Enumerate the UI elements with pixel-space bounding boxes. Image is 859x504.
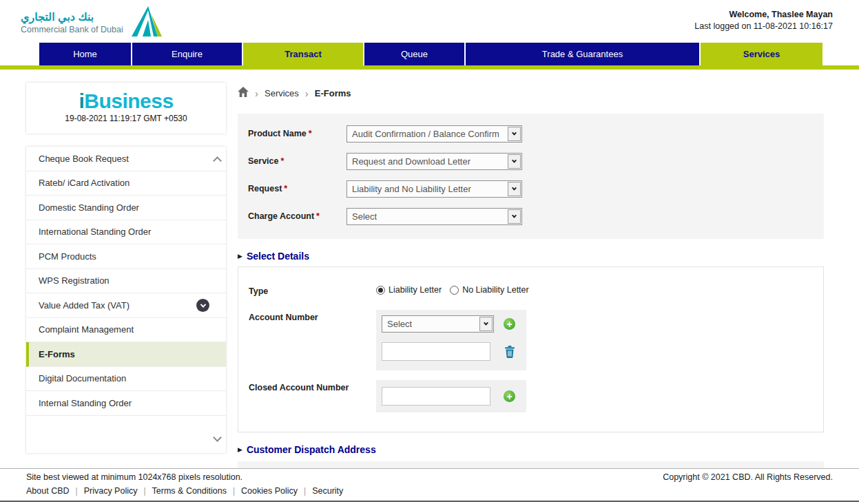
type-row: Type Liability Letter No Liability Lette… (249, 284, 823, 296)
footer-bottom-line (0, 501, 859, 502)
sidebar-menu: Cheque Book Request Rateb/ iCard Activat… (26, 147, 226, 453)
content-area: iBusiness 19-08-2021 11:19:17 GMT +0530 … (0, 70, 859, 468)
form-row-product-name: Product Name* Audit Confirmation / Balan… (248, 125, 824, 143)
service-value: Request and Download Letter (352, 156, 470, 167)
required-asterisk: * (284, 184, 287, 193)
select-details-panel: Type Liability Letter No Liability Lette… (238, 266, 824, 432)
dropdown-arrow-icon (508, 182, 521, 196)
nav-tab-queue[interactable]: Queue (364, 43, 464, 65)
footer-link-about-cbd[interactable]: About CBD (26, 486, 70, 496)
service-label: Service* (248, 156, 346, 166)
nav-tab-trade-guarantees[interactable]: Trade & Guarantees (466, 43, 699, 65)
sidebar-item-label: Cheque Book Request (39, 154, 129, 164)
sidebar-item-label: Digital Documentation (39, 373, 126, 384)
form-row-charge-account: Charge Account* Select (248, 207, 824, 225)
sidebar-item-e-forms[interactable]: E-Forms (26, 342, 226, 367)
main-nav: Home Enquire Transact Queue Trade & Guar… (0, 43, 859, 65)
select-details-header[interactable]: ▶ Select Details (238, 250, 824, 262)
sidebar-item-label: Value Added Tax (VAT) (39, 300, 130, 311)
sidebar-item-domestic-standing-order[interactable]: Domestic Standing Order (26, 196, 226, 220)
type-label: Type (249, 284, 376, 296)
footer-link-cookies-policy[interactable]: Cookies Policy (241, 486, 298, 496)
liability-letter-radio-label: Liability Letter (389, 285, 442, 295)
sidebar-item-international-standing-order[interactable]: International Standing Order (26, 220, 226, 245)
nav-tab-enquire[interactable]: Enquire (132, 43, 242, 65)
sidebar-item-label: International Standing Order (39, 227, 151, 237)
user-session-info: Welcome, Thaslee Mayan Last logged on 11… (694, 10, 833, 31)
closed-account-number-label: Closed Account Number (249, 380, 376, 412)
product-name-value: Audit Confirmation / Balance Confirm (352, 129, 499, 139)
ibusiness-rest: Business (84, 90, 173, 112)
request-value: Liability and No Liability Letter (352, 184, 471, 194)
footer-link-separator: | (304, 486, 306, 496)
bank-name-english: Commercial Bank of Dubai (21, 25, 123, 34)
copyright-text: Copyright © 2021 CBD. All Rights Reserve… (663, 472, 833, 482)
footer: Site best viewed at minimum 1024x768 pix… (0, 468, 859, 504)
no-liability-letter-radio-label: No Liability Letter (462, 285, 529, 295)
ibusiness-wordmark: iBusiness (26, 90, 226, 113)
closed-account-number-input[interactable] (382, 387, 490, 406)
footer-link-terms-conditions[interactable]: Terms & Conditions (152, 486, 227, 496)
sidebar-item-internal-standing-order[interactable]: Internal Standing Order (26, 391, 226, 416)
chevron-down-circle-icon[interactable] (196, 299, 209, 312)
footer-links: About CBD | Privacy Policy | Terms & Con… (26, 486, 833, 496)
nav-tab-transact[interactable]: Transact (243, 43, 363, 65)
sidebar-datetime: 19-08-2021 11:19:17 GMT +0530 (26, 114, 226, 123)
ibusiness-logo: iBusiness 19-08-2021 11:19:17 GMT +0530 (26, 83, 226, 134)
breadcrumb-separator: › (305, 87, 309, 99)
delete-account-icon[interactable] (504, 346, 515, 358)
bank-name: بنك دبي التجاري Commercial Bank of Dubai (21, 10, 123, 34)
charge-account-value: Select (352, 211, 377, 222)
breadcrumb-e-forms: E-Forms (315, 88, 351, 98)
request-select[interactable]: Liability and No Liability Letter (346, 180, 522, 198)
sidebar-item-digital-documentation[interactable]: Digital Documentation (26, 367, 226, 392)
sidebar-item-complaint-management[interactable]: Complaint Management (26, 318, 226, 343)
select-details-title: Select Details (247, 251, 309, 262)
product-name-label: Product Name* (248, 129, 346, 138)
required-asterisk: * (316, 211, 320, 221)
breadcrumb: › Services › E-Forms (238, 86, 824, 100)
form-row-service: Service* Request and Download Letter (248, 152, 824, 170)
charge-account-select[interactable]: Select (346, 208, 522, 225)
closed-account-controls: + (376, 380, 526, 412)
no-liability-letter-radio[interactable] (450, 286, 459, 295)
sidebar-item-pcm-products[interactable]: PCM Products (26, 244, 226, 269)
add-closed-account-icon[interactable]: + (504, 390, 515, 402)
sidebar-item-cheque-book-request[interactable]: Cheque Book Request (26, 147, 226, 171)
sidebar-item-value-added-tax[interactable]: Value Added Tax (VAT) (26, 293, 226, 318)
sidebar-item-wps-registration[interactable]: WPS Registration (26, 269, 226, 294)
account-number-input[interactable] (382, 342, 490, 361)
required-asterisk: * (309, 129, 312, 138)
nav-tab-home[interactable]: Home (39, 43, 131, 65)
sidebar-item-label: Rateb/ iCard Activation (39, 178, 130, 188)
charge-account-label: Charge Account* (248, 211, 346, 221)
customer-dispatch-address-header[interactable]: ▶ Customer Dispatch Address (238, 443, 824, 456)
customer-dispatch-address-title: Customer Dispatch Address (247, 444, 376, 455)
footer-link-privacy-policy[interactable]: Privacy Policy (84, 486, 138, 496)
footer-link-separator: | (143, 486, 145, 496)
footer-link-separator: | (76, 486, 78, 496)
resolution-note: Site best viewed at minimum 1024x768 pix… (26, 472, 242, 482)
sidebar-item-label: PCM Products (39, 251, 96, 262)
breadcrumb-services[interactable]: Services (265, 88, 299, 98)
footer-link-separator: | (233, 486, 235, 496)
scroll-down-icon[interactable] (213, 433, 222, 442)
account-number-select[interactable]: Select (382, 315, 494, 333)
sidebar-item-rateb-icard-activation[interactable]: Rateb/ iCard Activation (26, 171, 226, 196)
service-select[interactable]: Request and Download Letter (346, 153, 522, 170)
nav-tab-services[interactable]: Services (701, 43, 822, 65)
cbd-logo-icon (130, 5, 166, 39)
account-select-line: Select + (382, 315, 515, 333)
form-row-request: Request* Liability and No Liability Lett… (248, 180, 824, 198)
footer-link-security[interactable]: Security (312, 486, 343, 496)
section-arrow-icon: ▶ (238, 253, 242, 260)
main-content: › Services › E-Forms Product Name* Audit… (238, 86, 824, 468)
home-icon[interactable] (238, 87, 249, 100)
account-number-select-value: Select (387, 319, 412, 329)
account-input-line (382, 342, 515, 361)
product-name-select[interactable]: Audit Confirmation / Balance Confirm (346, 125, 522, 143)
add-account-icon[interactable]: + (504, 318, 515, 330)
customer-dispatch-address-panel (238, 461, 824, 468)
type-radio-group: Liability Letter No Liability Letter (376, 284, 537, 296)
liability-letter-radio[interactable] (376, 286, 385, 295)
